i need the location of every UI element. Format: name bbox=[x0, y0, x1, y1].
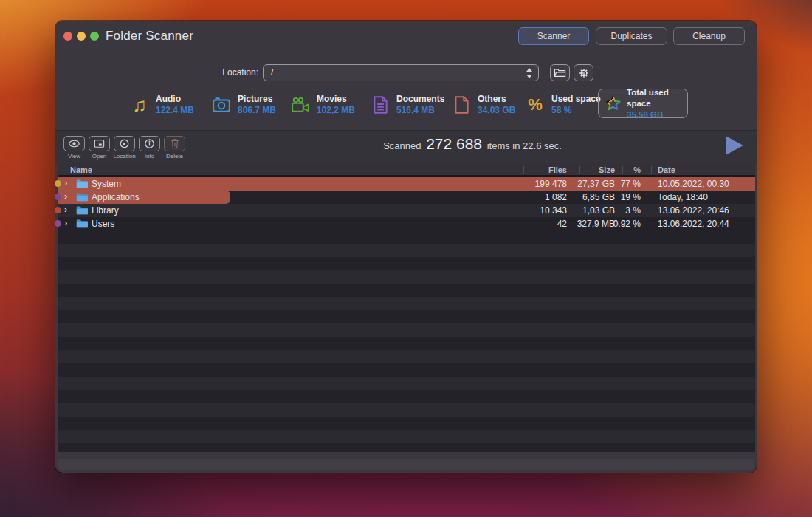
table-row-applications[interactable]: › Applications 1 082 6,85 GB 19 % Today,… bbox=[58, 191, 755, 204]
empty-row bbox=[58, 270, 755, 284]
row-percent: 19 % bbox=[621, 191, 641, 204]
location-target-icon bbox=[119, 138, 130, 149]
row-indicator-dot bbox=[55, 207, 61, 213]
row-indicator-dot bbox=[55, 220, 61, 227]
stat-value: 516,4 MB bbox=[396, 105, 444, 116]
location-button[interactable] bbox=[114, 136, 135, 151]
minimize-window-button[interactable] bbox=[77, 32, 86, 41]
row-files: 1 082 bbox=[545, 191, 567, 204]
eye-icon bbox=[68, 139, 80, 148]
titlebar: Folder Scanner Scanner Duplicates Cleanu… bbox=[55, 21, 757, 53]
empty-row bbox=[58, 350, 755, 363]
row-date: 13.06.2022, 20:44 bbox=[658, 217, 729, 230]
percent-icon: % bbox=[525, 95, 546, 115]
column-header-size[interactable]: Size bbox=[599, 163, 615, 177]
table-row-system[interactable]: › System 199 478 27,37 GB 77 % 10.05.202… bbox=[58, 177, 755, 191]
empty-row bbox=[58, 417, 755, 430]
empty-row bbox=[58, 284, 755, 297]
stat-others: Others34,03 GB bbox=[451, 91, 515, 119]
stat-value: 102,2 MB bbox=[317, 105, 355, 116]
stat-label: Others bbox=[478, 94, 515, 105]
row-date: 13.06.2022, 20:46 bbox=[658, 204, 729, 217]
maximize-window-button[interactable] bbox=[90, 32, 99, 41]
empty-row bbox=[58, 377, 755, 390]
total-value: 35,58 GB bbox=[627, 109, 687, 120]
movie-camera-icon bbox=[290, 95, 311, 115]
row-size: 27,37 GB bbox=[577, 177, 615, 191]
column-header-files[interactable]: Files bbox=[548, 163, 567, 177]
stat-label: Used space bbox=[551, 94, 601, 105]
tab-duplicates[interactable]: Duplicates bbox=[596, 27, 667, 45]
column-header-date[interactable]: Date bbox=[658, 163, 675, 177]
disclosure-chevron-icon[interactable]: › bbox=[64, 203, 67, 216]
scan-status-prefix: Scanned bbox=[383, 140, 421, 151]
stat-label: Pictures bbox=[238, 94, 276, 105]
stat-label: Documents bbox=[396, 94, 444, 105]
empty-row bbox=[58, 390, 755, 403]
gear-icon bbox=[578, 67, 590, 79]
column-header-percent[interactable]: % bbox=[633, 163, 641, 177]
scan-status: Scanned 272 688 items in 22.6 sec. bbox=[306, 135, 639, 153]
column-divider bbox=[622, 166, 623, 174]
info-button[interactable] bbox=[139, 136, 160, 151]
toolbar: View Open Location Info bbox=[55, 130, 757, 163]
tab-scanner[interactable]: Scanner bbox=[518, 27, 589, 45]
column-divider bbox=[579, 166, 580, 174]
row-size: 327,9 MB bbox=[577, 217, 615, 230]
music-note-icon: ♫ bbox=[129, 95, 150, 115]
empty-row bbox=[58, 230, 755, 244]
window-title: Folder Scanner bbox=[106, 29, 193, 44]
row-date: 10.05.2022, 00:30 bbox=[658, 177, 729, 191]
settings-button[interactable] bbox=[574, 64, 593, 81]
row-percent: 77 % bbox=[621, 177, 641, 191]
open-button[interactable] bbox=[89, 136, 110, 151]
stat-movies: Movies102,2 MB bbox=[290, 91, 355, 119]
table-header: Name Files Size % Date bbox=[58, 163, 755, 177]
empty-row bbox=[58, 310, 755, 323]
view-button[interactable] bbox=[63, 136, 85, 151]
document-icon bbox=[370, 95, 390, 115]
folder-icon bbox=[76, 192, 88, 202]
table-row-library[interactable]: › Library 10 343 1,03 GB 3 % 13.06.2022,… bbox=[58, 204, 755, 217]
stat-value: 34,03 GB bbox=[478, 105, 515, 116]
app-window: Folder Scanner Scanner Duplicates Cleanu… bbox=[55, 21, 757, 473]
column-divider bbox=[523, 166, 524, 174]
stat-used-space: % Used space58 % bbox=[525, 91, 601, 119]
row-name: Users bbox=[92, 217, 114, 230]
footer-bar bbox=[58, 459, 754, 470]
open-folder-icon bbox=[554, 67, 566, 78]
choose-folder-button[interactable] bbox=[550, 64, 570, 81]
empty-row bbox=[58, 403, 755, 417]
disclosure-chevron-icon[interactable]: › bbox=[64, 190, 67, 203]
folder-icon bbox=[76, 179, 88, 188]
size-bar bbox=[58, 177, 755, 191]
row-size: 1,03 GB bbox=[582, 204, 615, 217]
row-percent: 3 % bbox=[625, 204, 641, 217]
row-files: 10 343 bbox=[540, 204, 567, 217]
scan-status-suffix: items in 22.6 sec. bbox=[487, 140, 562, 151]
tab-cleanup[interactable]: Cleanup bbox=[673, 27, 745, 45]
row-size: 6,85 GB bbox=[582, 191, 615, 204]
row-name: Applications bbox=[92, 191, 140, 204]
desktop-wallpaper: Folder Scanner Scanner Duplicates Cleanu… bbox=[0, 0, 812, 517]
open-window-icon bbox=[94, 139, 105, 148]
row-date: Today, 18:40 bbox=[658, 191, 708, 204]
stat-value: 58 % bbox=[551, 105, 601, 116]
table-row-users[interactable]: › Users 42 327,9 MB 0.92 % 13.06.2022, 2… bbox=[58, 217, 755, 230]
empty-row bbox=[58, 244, 755, 257]
delete-button[interactable] bbox=[164, 136, 185, 151]
location-select[interactable]: / bbox=[263, 64, 539, 81]
row-name: Library bbox=[92, 204, 119, 217]
total-label: Total used space bbox=[627, 87, 687, 109]
stat-pictures: Pictures806.7 MB bbox=[211, 91, 276, 119]
select-stepper-icon bbox=[526, 68, 533, 78]
disclosure-chevron-icon[interactable]: › bbox=[64, 177, 67, 190]
stat-label: Movies bbox=[317, 94, 355, 105]
column-header-name[interactable]: Name bbox=[70, 163, 92, 177]
close-window-button[interactable] bbox=[63, 32, 72, 41]
empty-row bbox=[58, 257, 755, 270]
start-scan-button[interactable] bbox=[726, 136, 743, 155]
disclosure-chevron-icon[interactable]: › bbox=[64, 216, 67, 230]
scan-items-count: 272 688 bbox=[424, 135, 484, 152]
row-files: 42 bbox=[557, 217, 567, 230]
